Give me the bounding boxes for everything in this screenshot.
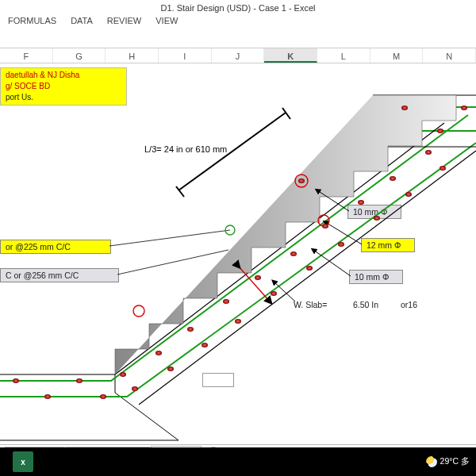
svg-point-38 [401,106,408,110]
svg-point-16 [76,378,83,383]
col-header-m[interactable]: M [370,48,424,63]
svg-point-39 [437,129,443,133]
svg-line-0 [178,113,286,190]
svg-point-41 [298,178,305,183]
ribbon-tab-formulas[interactable]: FORMULAS [8,16,56,32]
svg-point-23 [202,343,208,347]
col-header-l[interactable]: L [317,48,370,63]
svg-point-18 [120,372,126,377]
svg-point-26 [255,275,261,280]
svg-point-15 [44,394,51,399]
svg-point-21 [167,367,174,371]
svg-point-32 [358,200,364,205]
col-header-j[interactable]: J [212,48,265,63]
svg-point-20 [155,351,162,355]
window-title: D1. Stair Design (USD) - Case 1 - Excel [0,0,476,16]
svg-point-17 [100,394,106,399]
taskbar-weather[interactable]: 29°C 多 [426,456,470,467]
stair-drawing [0,63,476,444]
ribbon-tab-review[interactable]: REVIEW [107,16,141,32]
svg-point-27 [271,291,277,296]
col-header-n[interactable]: N [423,48,476,63]
ribbon-tab-view[interactable]: VIEW [155,16,178,32]
col-header-f[interactable]: F [0,48,53,63]
svg-point-28 [290,251,297,256]
sheet-area[interactable]: daetullah & NJ Disha g/ SOCE BD port Us.… [0,63,476,444]
taskbar-excel-icon[interactable]: x [13,451,33,472]
col-header-k[interactable]: K [264,48,317,63]
column-headers: F G H I J K L M N [0,48,476,63]
weather-temp: 29°C 多 [440,456,470,467]
svg-line-8 [313,250,351,276]
col-header-h[interactable]: H [106,48,159,63]
ribbon-tabs: FORMULAS DATA REVIEW VIEW [0,16,476,32]
svg-point-37 [440,166,446,171]
svg-line-3 [109,230,230,246]
svg-point-29 [306,266,313,271]
svg-point-40 [461,106,467,110]
svg-point-19 [132,386,138,391]
col-header-i[interactable]: I [159,48,212,63]
taskbar: x 29°C 多 [0,447,476,476]
col-header-g[interactable]: G [53,48,106,63]
svg-point-22 [187,327,194,332]
svg-point-33 [374,216,380,221]
svg-line-9 [274,282,295,301]
svg-point-14 [13,378,19,383]
svg-point-31 [338,242,344,247]
svg-line-7 [325,222,362,244]
svg-point-35 [405,192,412,197]
svg-point-25 [235,319,241,324]
svg-point-30 [322,224,328,228]
svg-point-34 [390,176,396,181]
svg-point-36 [425,150,432,155]
weather-icon [426,456,437,467]
ribbon-tab-data[interactable]: DATA [71,16,93,32]
svg-point-12 [133,305,144,317]
svg-point-24 [223,299,229,304]
